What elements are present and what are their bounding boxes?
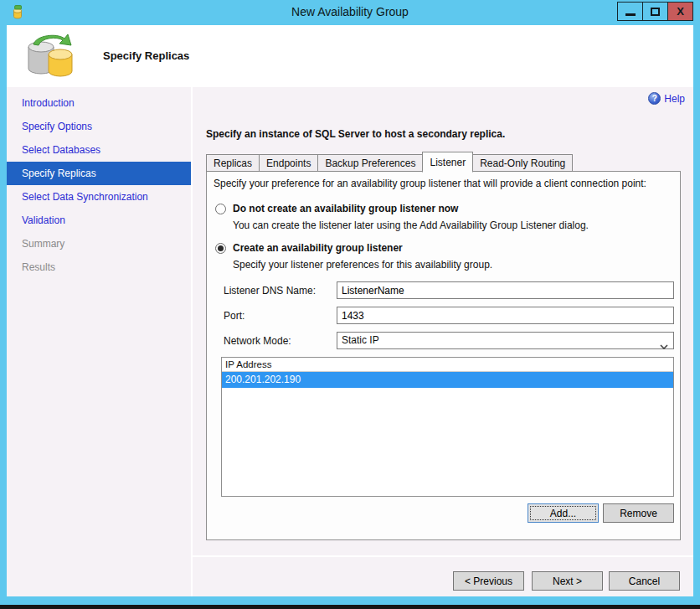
- dialog-body: IntroductionSpecify OptionsSelect Databa…: [7, 87, 693, 596]
- network-mode-dropdown[interactable]: Static IP: [337, 332, 674, 349]
- ip-address-row[interactable]: 200.201.202.190: [222, 372, 673, 388]
- previous-button[interactable]: < Previous: [453, 571, 524, 591]
- page-title: Specify Replicas: [103, 49, 189, 62]
- sidebar-item-results: Results: [7, 255, 191, 279]
- sidebar-item-introduction[interactable]: Introduction: [7, 91, 191, 115]
- main-column: ? Help Specify an instance of SQL Server…: [193, 87, 693, 596]
- radio-do-not-create-an-availability-group-listener-now[interactable]: Do not create an availability group list…: [215, 203, 674, 214]
- radio-description: You can create the listener later using …: [233, 219, 674, 231]
- maximize-button[interactable]: [642, 2, 668, 21]
- radio-label: Create an availability group listener: [233, 242, 403, 254]
- replicas-database-icon: [25, 32, 79, 81]
- tab-replicas[interactable]: Replicas: [206, 154, 260, 172]
- tab-backup-preferences[interactable]: Backup Preferences: [317, 154, 423, 172]
- cancel-button[interactable]: Cancel: [609, 571, 680, 591]
- radio-button-icon: [215, 204, 226, 214]
- field-row-port: Port:: [224, 307, 674, 324]
- dropdown-value: Static IP: [342, 334, 379, 346]
- listener-instruction: Specify your preference for an availabil…: [214, 178, 674, 189]
- minimize-icon: [625, 13, 636, 16]
- radio-label: Do not create an availability group list…: [233, 203, 458, 214]
- dialog-window: New Availability Group X Specify Replica…: [0, 0, 700, 605]
- minimize-button[interactable]: [617, 2, 643, 21]
- sidebar-item-specify-options[interactable]: Specify Options: [7, 115, 191, 138]
- close-icon: X: [677, 5, 684, 18]
- wizard-steps-sidebar: IntroductionSpecify OptionsSelect Databa…: [7, 87, 193, 596]
- titlebar: New Availability Group X: [7, 0, 693, 25]
- sidebar-item-select-databases[interactable]: Select Databases: [7, 138, 191, 162]
- ip-table-buttons: Add... Remove: [214, 503, 674, 523]
- tab-listener[interactable]: Listener: [422, 152, 473, 173]
- close-button[interactable]: X: [667, 2, 693, 21]
- chevron-down-icon: [660, 338, 668, 354]
- help-label: Help: [664, 93, 685, 105]
- radio-button-icon: [215, 243, 226, 254]
- radio-create-an-availability-group-listener[interactable]: Create an availability group listener: [215, 242, 674, 254]
- maximize-icon: [651, 8, 660, 16]
- screen-background: New Availability Group X Specify Replica…: [0, 0, 700, 609]
- sidebar-item-validation[interactable]: Validation: [7, 209, 191, 232]
- listener-tab-panel: Specify your preference for an availabil…: [206, 171, 681, 540]
- ip-address-rows: 200.201.202.190: [222, 372, 673, 388]
- tab-read-only-routing[interactable]: Read-Only Routing: [472, 154, 573, 172]
- ip-address-column-header: IP Address: [222, 358, 673, 372]
- field-label: Port:: [224, 310, 337, 322]
- field-label: Network Mode:: [224, 335, 337, 347]
- field-row-network-mode: Network Mode:Static IP: [224, 332, 674, 349]
- ip-address-table: IP Address 200.201.202.190: [221, 357, 674, 497]
- window-controls: X: [618, 2, 693, 21]
- sidebar-item-summary: Summary: [7, 232, 191, 255]
- field-row-listener-dns-name: Listener DNS Name:: [224, 281, 674, 299]
- wizard-footer: < Previous Next > Cancel: [193, 555, 693, 596]
- field-label: Listener DNS Name:: [224, 285, 337, 297]
- instruction-heading: Specify an instance of SQL Server to hos…: [206, 128, 505, 140]
- tab-strip: ReplicasEndpointsBackup PreferencesListe…: [206, 152, 573, 172]
- sidebar-item-specify-replicas[interactable]: Specify Replicas: [7, 162, 191, 185]
- add-button[interactable]: Add...: [528, 503, 599, 523]
- help-icon: ?: [648, 92, 661, 105]
- radio-description: Specify your listener preferences for th…: [233, 259, 674, 271]
- remove-button[interactable]: Remove: [603, 503, 674, 523]
- listener-dns-name-input[interactable]: [337, 281, 674, 299]
- sidebar-item-select-data-synchronization[interactable]: Select Data Synchronization: [7, 185, 191, 209]
- main-content: ? Help Specify an instance of SQL Server…: [193, 87, 693, 555]
- next-button[interactable]: Next >: [532, 571, 603, 591]
- port-input[interactable]: [337, 307, 674, 324]
- wizard-header: Specify Replicas: [7, 25, 693, 87]
- listener-radio-group: Do not create an availability group list…: [214, 203, 674, 271]
- help-link[interactable]: ? Help: [648, 92, 685, 105]
- window-title: New Availability Group: [7, 5, 693, 18]
- listener-fields: Listener DNS Name:Port:Network Mode:Stat…: [214, 281, 674, 349]
- tab-endpoints[interactable]: Endpoints: [259, 154, 318, 172]
